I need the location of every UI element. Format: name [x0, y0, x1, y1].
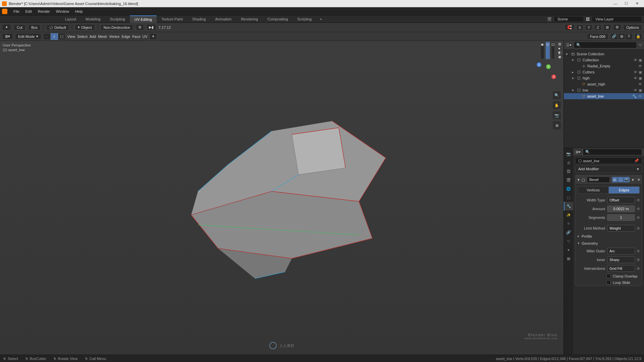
zoom-icon[interactable]: 🔍 [553, 91, 561, 99]
blender-icon[interactable] [2, 9, 7, 14]
menu-mesh[interactable]: Mesh [98, 35, 107, 39]
restrict-icon[interactable]: ▣ [639, 58, 642, 62]
limit-method-dropdown[interactable]: Weight [607, 225, 635, 232]
options-dropdown[interactable]: Options [623, 24, 642, 31]
ptab-render[interactable]: 📷 [564, 149, 573, 158]
tree-item[interactable]: ▽asset_high👁 [564, 81, 644, 87]
toggle-render[interactable]: 📷 [624, 177, 630, 183]
keyframe-dot[interactable] [637, 207, 640, 210]
axis-x-icon[interactable]: X [551, 74, 556, 79]
vertex-select-button[interactable]: · [43, 33, 51, 40]
mode-selector[interactable]: Edit Mode▾ [15, 33, 41, 40]
link-icon[interactable]: 🔗 [610, 33, 618, 40]
pan-icon[interactable]: ✋ [553, 101, 561, 109]
axis-z-button[interactable]: Z [594, 24, 601, 31]
keyframe-dot[interactable] [637, 216, 640, 219]
ptab-texture[interactable]: ▦ [564, 254, 573, 263]
ptab-world[interactable]: 🌐 [564, 184, 573, 193]
gear-icon[interactable]: ⚙ [136, 24, 144, 31]
modifier-name-field[interactable]: Bevel [587, 177, 610, 183]
ptab-viewlayer[interactable]: 🖼 [564, 167, 573, 176]
keyframe-dot[interactable] [637, 250, 640, 252]
face-select-button[interactable]: ▢ [58, 33, 65, 40]
keyframe-dot[interactable] [637, 199, 640, 201]
3d-viewport[interactable]: User Perspective (1) asset_low [0, 41, 564, 355]
keyframe-dot[interactable] [637, 267, 640, 270]
tab-layout[interactable]: Layout [60, 16, 81, 22]
menu-help[interactable]: Help [72, 8, 86, 14]
perspective-toggle-icon[interactable]: ⊞ [553, 121, 561, 129]
editor-type-dropdown[interactable]: ⊞▾ [2, 33, 13, 40]
ptab-modifier[interactable]: 🔧 [564, 202, 573, 210]
xray-toggle[interactable]: ⊡ [551, 42, 555, 59]
miter-outer-dropdown[interactable]: Arc [607, 248, 635, 254]
eye-icon[interactable]: 👁 [638, 94, 642, 99]
ptab-output[interactable]: 🖨 [564, 158, 573, 167]
geometry-section[interactable]: ▾Geometry [576, 240, 642, 247]
eye-icon[interactable]: 👁 [634, 70, 637, 74]
tab-texture-paint[interactable]: Texture Paint [157, 16, 187, 22]
tool-cut[interactable]: Cut [14, 24, 25, 31]
bevel-edges-tab[interactable]: Edges [609, 186, 640, 194]
menu-view[interactable]: View [67, 35, 75, 39]
inner-dropdown[interactable]: Sharp [607, 256, 635, 263]
expand-icon[interactable]: ▾ [578, 178, 580, 182]
tab-uv-editing[interactable]: UV Editing [130, 15, 157, 23]
properties-breadcrumb[interactable]: ▢asset_low📌 [575, 158, 642, 164]
axis-y-button[interactable]: Y [585, 24, 592, 31]
tab-compositing[interactable]: Compositing [263, 16, 292, 22]
menu-window[interactable]: Window [53, 8, 72, 14]
axis-x-button[interactable]: X [576, 24, 583, 31]
tool-mode-object[interactable]: ▾Object [75, 24, 95, 31]
modifier-icon[interactable]: 🔧 [632, 94, 637, 99]
lock-icon[interactable]: 🔒 [635, 33, 642, 40]
filter-icon[interactable]: ▽ [639, 43, 642, 48]
tree-item-selected[interactable]: ▽asset_low🔧👁 [564, 93, 644, 99]
dots-icon[interactable]: ⠿ [625, 33, 633, 40]
ptab-particles[interactable]: ✨ [564, 210, 573, 219]
eye-icon[interactable]: 👁 [634, 76, 637, 80]
ptab-physics[interactable]: ⚛ [564, 219, 573, 228]
ptab-material[interactable]: ● [564, 245, 573, 254]
restrict-icon[interactable]: ▣ [639, 70, 642, 74]
tool-default[interactable]: ⭯Default [46, 24, 69, 31]
outliner-search[interactable]: 🔍 [574, 42, 637, 48]
axis-z-icon[interactable]: Z [537, 62, 541, 67]
axis-y-icon[interactable]: Y [546, 64, 551, 69]
tree-item[interactable]: ▾☐low👁▣ [564, 87, 644, 93]
add-modifier-dropdown[interactable]: Add Modifier▾ [575, 165, 642, 173]
tab-rendering[interactable]: Rendering [236, 16, 263, 22]
profile-section[interactable]: ▸Profile [576, 233, 642, 240]
tab-scripting[interactable]: Scripting [292, 16, 316, 22]
keyframe-dot[interactable] [637, 258, 640, 261]
delete-modifier-button[interactable]: ✕ [636, 178, 642, 182]
tree-item[interactable]: ▾☐Collection👁▣ [564, 57, 644, 63]
segments-field[interactable]: 1 [607, 214, 635, 221]
eye-icon[interactable]: 👁 [634, 88, 637, 93]
intersections-dropdown[interactable]: Grid Fill [607, 265, 635, 272]
tab-shading[interactable]: Shading [187, 16, 210, 22]
close-button[interactable]: ✕ [632, 1, 642, 7]
shading-wireframe[interactable]: ⊞ [558, 42, 561, 46]
shading-rendered[interactable]: ◉ [558, 55, 561, 59]
menu-uv[interactable]: UV [143, 35, 148, 39]
axis-gizmo[interactable]: X Y Z [533, 61, 557, 84]
tree-item[interactable]: ▾☐high👁▣ [564, 75, 644, 81]
tool-box[interactable]: Box [28, 24, 41, 31]
snap-button[interactable]: 🧲 [565, 24, 574, 31]
restrict-icon[interactable]: ▣ [639, 76, 642, 80]
properties-search[interactable]: 🔍 [583, 149, 642, 155]
menu-edit[interactable]: Edit [23, 8, 35, 14]
bevel-vertices-tab[interactable]: Vertices [578, 186, 609, 194]
dropdown-icon[interactable]: ▾ [150, 33, 157, 40]
maximize-button[interactable]: ☐ [621, 1, 631, 7]
shading-solid[interactable]: ● [558, 46, 561, 50]
menu-render[interactable]: Render [35, 8, 53, 14]
grid-icon[interactable]: ⊞ [618, 33, 625, 40]
minimize-button[interactable]: — [610, 1, 621, 7]
outliner-type-dropdown[interactable]: ☰▾ [566, 43, 572, 48]
tree-item[interactable]: ⊹Radial_Empty👁 [564, 63, 644, 69]
ptab-mesh[interactable]: ▽ [564, 237, 573, 245]
amount-field[interactable]: 0.0022 m [607, 205, 635, 212]
overlay-button[interactable]: ⊞ [603, 24, 611, 31]
